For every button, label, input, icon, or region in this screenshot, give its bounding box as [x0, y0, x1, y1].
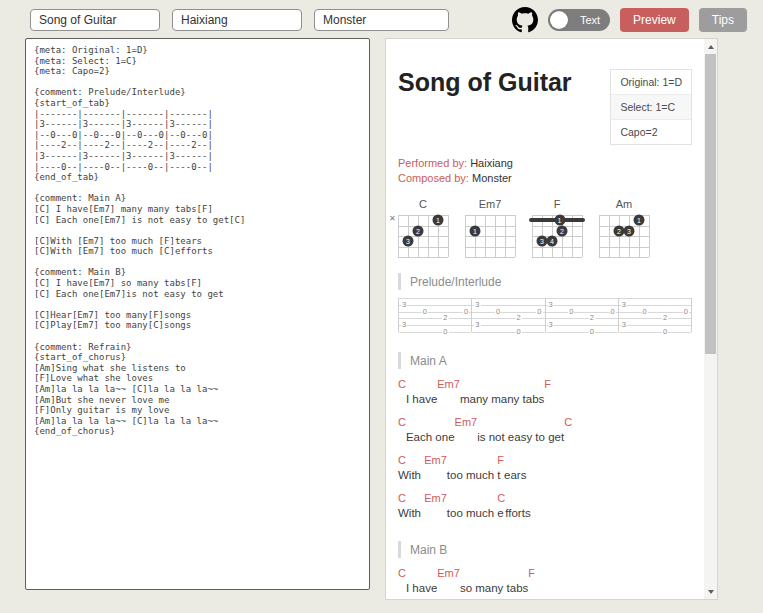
- lyric-line: C I haveEm7 so many tabsF: [398, 565, 692, 596]
- meta-capo: Capo=2: [611, 120, 691, 144]
- song-title-input[interactable]: [30, 9, 160, 31]
- lyric-first-char: [398, 392, 406, 407]
- lyric-text: many many tabs: [460, 392, 544, 407]
- lyric-line: CWith Em7 too much Ftears: [398, 452, 692, 483]
- chord-lyric-segment: Em7: [424, 490, 447, 521]
- lyric-line: C I haveEm7 many many tabsF: [398, 376, 692, 407]
- section-heading-label: Main A: [410, 354, 447, 368]
- lyric-text: ith: [409, 506, 424, 521]
- lyric-first-char: [437, 581, 460, 596]
- chord-diagram-row: C✕123Em71F1234Am123: [398, 198, 692, 257]
- tab-note: 0: [568, 307, 574, 315]
- meta-original: Original: 1=D: [611, 70, 691, 95]
- chord-diagram-name: C: [398, 198, 448, 212]
- meta-box: Original: 1=D Select: 1=C Capo=2: [610, 69, 692, 145]
- chord-lyric-segment: CW: [398, 452, 409, 483]
- chord-lyric-segment: F: [528, 565, 535, 596]
- lyric-text: I have: [406, 392, 437, 407]
- performed-by-label: Performed by:: [398, 157, 467, 169]
- lyric-first-char: [424, 468, 447, 483]
- chord-diagram-name: Am: [599, 198, 649, 212]
- section-heading: Prelude/Interlude: [398, 273, 692, 290]
- chord-label: Em7: [437, 376, 460, 392]
- chord-label: C: [497, 490, 505, 506]
- performer-input[interactable]: [172, 9, 302, 31]
- lyric-first-char: [528, 581, 535, 596]
- tab-note: 0: [442, 328, 448, 336]
- section-heading-label: Main B: [410, 543, 447, 557]
- section-main-a: Main AC I haveEm7 many many tabsFC Each …: [398, 352, 692, 521]
- finger-dot: 4: [547, 236, 558, 247]
- section-heading: Main B: [398, 541, 692, 558]
- chord-lyric-segment: Ce: [497, 490, 505, 521]
- finger-dot: 3: [403, 236, 414, 247]
- section-heading-bar: [398, 541, 401, 558]
- chord-diagram-f: F1234: [532, 198, 582, 257]
- tab-note: 2: [662, 314, 668, 322]
- finger-dot: 1: [554, 215, 565, 226]
- preview-content: Song of Guitar Original: 1=D Select: 1=C…: [386, 39, 704, 599]
- chord-lyric-segment: C: [564, 414, 572, 445]
- scroll-thumb[interactable]: [705, 54, 716, 354]
- tab-note: 3: [548, 301, 554, 309]
- lyric-text: I have: [406, 581, 437, 596]
- preview-scrollbar[interactable]: [704, 39, 717, 599]
- section-prelude-interlude: Prelude/Interlude30023030023030023030023…: [398, 273, 692, 332]
- lyric-text: too much: [447, 468, 498, 483]
- tab-note: 0: [516, 328, 522, 336]
- tab-note: 0: [536, 307, 542, 315]
- finger-dot: 1: [433, 215, 444, 226]
- chord-label: C: [398, 452, 409, 468]
- chord-label: F: [544, 376, 551, 392]
- chord-diagram-c: C✕123: [398, 198, 448, 257]
- tab-note: 0: [609, 307, 615, 315]
- lyric-text: ith: [409, 468, 424, 483]
- toggle-knob[interactable]: [550, 11, 568, 29]
- composed-by-label: Composed by:: [398, 172, 469, 184]
- finger-dot: 3: [624, 225, 635, 236]
- chordpro-editor[interactable]: {meta: Original: 1=D} {meta: Select: 1=C…: [25, 38, 370, 590]
- tab-note: 2: [442, 314, 448, 322]
- chord-label: C: [398, 376, 406, 392]
- lyric-text: fforts: [505, 506, 530, 521]
- lyric-first-char: W: [398, 506, 409, 521]
- chord-label: Em7: [455, 414, 478, 430]
- section-heading-bar: [398, 352, 401, 369]
- preview-button[interactable]: Preview: [620, 8, 689, 32]
- tips-button[interactable]: Tips: [699, 8, 747, 32]
- lyric-first-char: e: [497, 506, 505, 521]
- tab-note: 0: [641, 307, 647, 315]
- tab-note: 3: [621, 301, 627, 309]
- composer-input[interactable]: [314, 9, 449, 31]
- tab-note: 0: [589, 328, 595, 336]
- lyric-text: so many tabs: [460, 581, 528, 596]
- preview-sections: Prelude/Interlude30023030023030023030023…: [398, 273, 692, 599]
- meta-select: Select: 1=C: [611, 95, 691, 120]
- lyric-text: Each one: [406, 430, 455, 445]
- chord-grid: 1: [465, 215, 515, 257]
- chord-label: C: [398, 565, 406, 581]
- chord-diagram-name: F: [532, 198, 582, 212]
- text-preview-toggle[interactable]: Text: [548, 9, 610, 31]
- tab-note: 3: [548, 321, 554, 329]
- lyric-line: C Each oneEm7 is not easy to getC: [398, 414, 692, 445]
- performed-by-value: Haixiang: [470, 157, 513, 169]
- chord-lyric-segment: Em7: [437, 565, 460, 596]
- section-heading: Main A: [398, 352, 692, 369]
- chord-label: C: [398, 414, 406, 430]
- lyric-first-char: [398, 430, 406, 445]
- finger-dot: 2: [557, 225, 568, 236]
- scroll-down-arrow[interactable]: [704, 585, 717, 598]
- tab-note: 0: [422, 307, 428, 315]
- github-icon[interactable]: [512, 7, 538, 33]
- chord-diagram-name: Em7: [465, 198, 515, 212]
- chord-lyric-segment: Em7: [455, 414, 478, 445]
- section-heading-label: Prelude/Interlude: [410, 275, 501, 289]
- lyric-first-char: [398, 581, 406, 596]
- tab-note: 0: [683, 307, 689, 315]
- tab-measure: 300230: [398, 298, 471, 332]
- scroll-up-arrow[interactable]: [704, 40, 717, 53]
- tab-note: 3: [401, 321, 407, 329]
- chord-diagram-am: Am123: [599, 198, 649, 257]
- tab-note: 3: [474, 301, 480, 309]
